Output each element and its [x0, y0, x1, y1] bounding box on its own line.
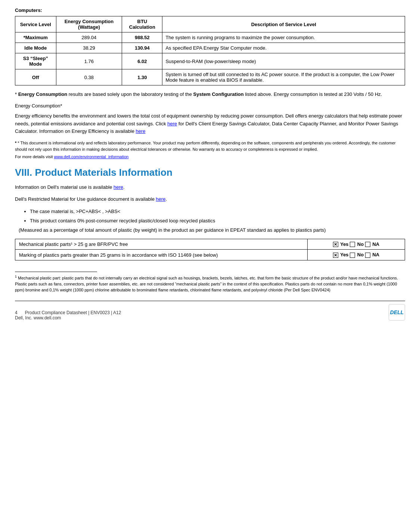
materials-intro-1: Information on Dell's material use is av…: [15, 184, 405, 191]
materials-intro-2: Dell's Restricted Material for Use guida…: [15, 196, 405, 203]
materials-row-check: ✕ Yes No NA: [308, 239, 405, 250]
energy-note: * Energy Consumption results are based s…: [15, 91, 405, 99]
col-service-level: Service Level: [15, 16, 56, 32]
col-description: Description of Service Level: [162, 16, 405, 32]
dell-env-link[interactable]: www.dell.com/environmental_information: [54, 154, 129, 159]
col-btu: BTU Calculation: [122, 16, 162, 32]
page-number: 4: [15, 310, 18, 315]
col-energy: Energy Consumption (Wattage): [56, 16, 122, 32]
footnote-text: 1 Mechanical plastic part: plastic parts…: [15, 274, 405, 293]
dell-logo: DELL: [389, 304, 405, 321]
energy-subheading: Energy Consumption*: [15, 103, 405, 109]
footnote-superscript: 1: [15, 275, 17, 278]
system-config-bold: System Configuration: [193, 91, 244, 97]
table-row: S3 “Sleep” Mode: [15, 53, 56, 69]
footer: 4 Product Compliance Datasheet | ENV0023…: [15, 304, 405, 321]
materials-link-2[interactable]: here: [156, 196, 166, 202]
footer-divider: 4 Product Compliance Datasheet | ENV0023…: [15, 301, 405, 321]
footer-left: 4 Product Compliance Datasheet | ENV0023…: [15, 310, 121, 321]
small-note-text: * This document is informational only an…: [15, 141, 396, 151]
here-link-2[interactable]: here: [136, 128, 145, 134]
here-link-1[interactable]: here: [167, 121, 177, 126]
materials-table: Mechanical plastic parts¹ > 25 g are BFR…: [15, 239, 405, 260]
energy-table: Service Level Energy Consumption (Wattag…: [15, 16, 405, 85]
section-title: VIII. Product Materials Information: [15, 167, 405, 178]
computers-header: Computers:: [15, 7, 405, 13]
small-note: * * This document is informational only …: [15, 140, 405, 152]
bullet-item-2: This product contains 0% post-consumer r…: [30, 217, 405, 225]
bullet-item-1: The case material is, >PC+ABS< , >ABS<: [30, 208, 405, 216]
materials-row-desc: Marking of plastics parts greater than 2…: [15, 250, 308, 260]
table-row: Idle Mode: [15, 43, 56, 53]
footer-company: Dell, Inc. www.dell.com: [15, 315, 121, 321]
visit-text: For more details visit www.dell.com/envi…: [15, 154, 405, 160]
table-row: Off: [15, 69, 56, 85]
materials-link-1[interactable]: here: [113, 184, 123, 190]
table-row: *Maximum: [15, 32, 56, 43]
footnote-line: [15, 272, 97, 272]
footnote-body: Mechanical plastic part: plastic parts t…: [15, 275, 398, 292]
note-after: listed above. Energy consumption is test…: [244, 91, 382, 97]
materials-row-check: ✕ Yes No NA: [308, 250, 405, 260]
energy-consumption-bold: Energy Consumption: [18, 91, 67, 97]
materials-bullets: The case material is, >PC+ABS< , >ABS< T…: [30, 208, 405, 225]
note-mid: results are based solely upon the labora…: [67, 91, 193, 97]
materials-row-desc: Mechanical plastic parts¹ > 25 g are BFR…: [15, 239, 308, 250]
footer-page: 4 Product Compliance Datasheet | ENV0023…: [15, 310, 121, 315]
doc-title: Product Compliance Datasheet | ENV0023 |…: [25, 310, 121, 315]
note-asterisk: *: [15, 91, 18, 97]
energy-paragraph: Energy efficiency benefits the environme…: [15, 112, 405, 135]
measured-text: (Measured as a percentage of total amoun…: [15, 226, 405, 234]
